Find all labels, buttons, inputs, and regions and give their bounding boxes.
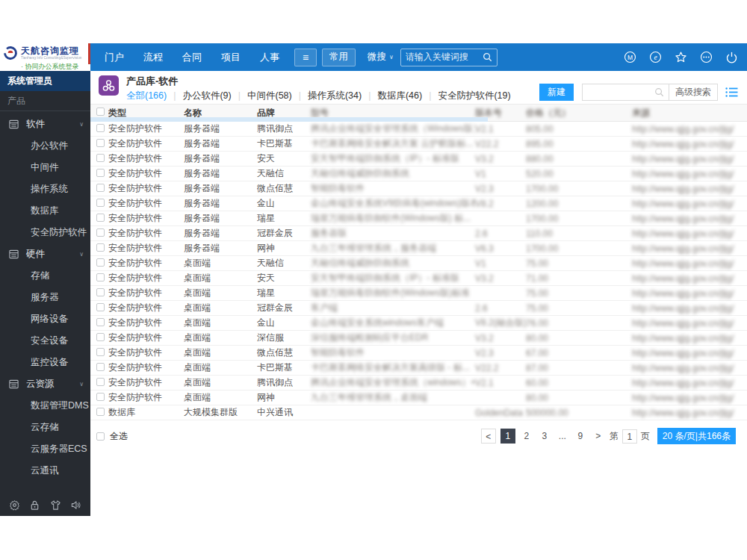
table-row[interactable]: 安全防护软件桌面端瑞星瑞星万能病毒防御软件(Windows版)标准75.00ht… xyxy=(90,286,747,301)
tab-4[interactable]: 数据库(46) xyxy=(377,90,422,102)
table-row[interactable]: 安全防护软件服务器端卡巴斯基卡巴斯基网络安全解决方案 云护航版标...V22.2… xyxy=(90,137,747,152)
row-checkbox[interactable] xyxy=(96,154,105,162)
cell-source: http://www.qjjg.gov.cn/jljg/ xyxy=(632,228,747,239)
row-checkbox[interactable] xyxy=(96,139,105,147)
row-checkbox[interactable] xyxy=(96,184,105,192)
row-checkbox[interactable] xyxy=(96,393,105,401)
select-all[interactable]: 全选 xyxy=(96,430,128,443)
row-checkbox[interactable] xyxy=(96,214,105,222)
sidebar-item-1-0[interactable]: 存储 xyxy=(0,265,90,287)
lock-icon[interactable] xyxy=(29,500,40,511)
sidebar-group-2[interactable]: 云资源∨ xyxy=(0,373,90,395)
prev-page-button[interactable]: < xyxy=(481,429,496,444)
sidebar-item-0-4[interactable]: 安全防护软件 xyxy=(0,222,90,243)
sidebar-item-0-0[interactable]: 办公软件 xyxy=(0,135,90,157)
settings-gear-icon[interactable] xyxy=(9,500,20,511)
nav-item-1[interactable]: 流程 xyxy=(134,51,173,64)
row-checkbox[interactable] xyxy=(96,228,105,237)
row-checkbox[interactable] xyxy=(96,303,105,311)
select-all-checkbox[interactable] xyxy=(96,432,105,441)
row-checkbox[interactable] xyxy=(96,199,105,207)
row-checkbox[interactable] xyxy=(96,363,105,371)
table-row[interactable]: 安全防护软件服务器端金山金山终端安全系统V9防病毒(windows)版本V8.2… xyxy=(90,196,747,211)
page-button-2[interactable]: 2 xyxy=(520,429,533,444)
table-row[interactable]: 安全防护软件服务器端网神九台三年维管理系统，服务器端V6.31700.00htt… xyxy=(90,241,747,256)
sidebar-item-1-2[interactable]: 网络设备 xyxy=(0,308,90,330)
nav-menu-button[interactable]: ≡ xyxy=(294,49,317,66)
row-checkbox[interactable] xyxy=(96,348,105,356)
list-view-icon[interactable] xyxy=(725,87,738,98)
nav-item-2[interactable]: 合同 xyxy=(173,51,211,64)
table-row[interactable]: 安全防护软件桌面端微点佰慧智能防毒软件V2.367.00http://www.q… xyxy=(90,346,747,361)
tab-5[interactable]: 安全防护软件(19) xyxy=(438,90,510,102)
page-button-3[interactable]: 3 xyxy=(538,429,551,444)
table-row[interactable]: 安全防护软件服务器端腾讯御点腾讯企业终端安全管理系统（Windows版）V2.1… xyxy=(90,122,747,137)
nav-item-3[interactable]: 项目 xyxy=(211,51,250,64)
table-row[interactable]: 安全防护软件服务器端瑞星瑞星万能病毒防御软件(Windows版) 标...170… xyxy=(90,211,747,226)
theme-shirt-icon[interactable] xyxy=(50,500,61,511)
sidebar-item-1-1[interactable]: 服务器 xyxy=(0,287,90,308)
next-page-button[interactable]: > xyxy=(592,429,605,444)
app-logo[interactable]: 天航咨询监理 Tianhang Info Consulting&Supervis… xyxy=(0,43,90,71)
advanced-search-button[interactable]: 高级搜索 xyxy=(669,84,718,101)
table-row[interactable]: 安全防护软件桌面端网神九台三年维管理系统，桌面端80.00http://www.… xyxy=(90,391,747,405)
sidebar-item-2-0[interactable]: 数据管理DMS xyxy=(0,395,90,417)
row-checkbox[interactable] xyxy=(96,333,105,341)
page-button-1[interactable]: 1 xyxy=(500,429,515,444)
table-row[interactable]: 数据库大规模集群版中兴通讯GoldenData s...500000.00htt… xyxy=(90,405,747,420)
row-checkbox[interactable] xyxy=(96,273,105,281)
tab-3[interactable]: 操作系统(34) xyxy=(308,90,362,102)
sidebar-item-1-4[interactable]: 监控设备 xyxy=(0,352,90,373)
sidebar-item-2-1[interactable]: 云存储 xyxy=(0,417,90,438)
table-search-input[interactable] xyxy=(582,84,669,101)
row-checkbox[interactable] xyxy=(96,318,105,326)
table-row[interactable]: 安全防护软件服务器端天融信天融信终端威胁防御系统V1520.00http://w… xyxy=(90,167,747,181)
sidebar-group-1[interactable]: 硬件∨ xyxy=(0,243,90,265)
chat-e-icon[interactable]: e xyxy=(649,51,662,63)
nav-item-4[interactable]: 人事 xyxy=(250,51,289,64)
global-search-input[interactable]: 请输入关键词搜 xyxy=(400,49,498,66)
table-row[interactable]: 安全防护软件桌面端腾讯御点腾讯企业终端安全管理系统（windows）+ V2.1… xyxy=(90,376,747,391)
row-checkbox[interactable] xyxy=(96,258,105,267)
sidebar-item-0-2[interactable]: 操作系统 xyxy=(0,178,90,200)
table-row[interactable]: 安全防护软件桌面端深信服深信服终端检测响应平台EDRV3.280.00http:… xyxy=(90,331,747,346)
table-row[interactable]: 安全防护软件桌面端天融信天融信终端威胁防御系统V175.00http://www… xyxy=(90,256,747,271)
power-icon[interactable] xyxy=(725,51,738,63)
new-button[interactable]: 新建 xyxy=(539,84,574,101)
more-options-icon[interactable] xyxy=(700,51,713,63)
search-scope-dropdown[interactable]: 微搜 ∨ xyxy=(368,51,394,63)
table-row[interactable]: 安全防护软件桌面端安天安天智甲终端防御系统（IP）- 标准版V3.271.00h… xyxy=(90,271,747,286)
horizontal-scrollbar[interactable] xyxy=(90,117,488,122)
nav-item-0[interactable]: 门户 xyxy=(95,51,134,64)
table-row[interactable]: 安全防护软件桌面端冠群金辰客户端2.675.00http://www.qjjg.… xyxy=(90,301,747,316)
sound-speaker-icon[interactable] xyxy=(70,500,81,511)
table-row[interactable]: 安全防护软件服务器端安天安天智甲终端防御系统（IP）- 标准版V3.2880.0… xyxy=(90,152,747,167)
tab-2[interactable]: 中间件(58) xyxy=(247,90,292,102)
row-checkbox[interactable] xyxy=(96,408,105,416)
sidebar-item-2-2[interactable]: 云服务器ECS xyxy=(0,438,90,460)
row-checkbox[interactable] xyxy=(96,124,105,132)
row-checkbox[interactable] xyxy=(96,378,105,386)
table-row[interactable]: 安全防护软件服务器端冠群金辰服务器版2.6110.00http://www.qj… xyxy=(90,226,747,241)
tab-1[interactable]: 办公软件(9) xyxy=(182,90,231,102)
message-m-icon[interactable]: M xyxy=(624,51,636,63)
sidebar-item-0-3[interactable]: 数据库 xyxy=(0,200,90,222)
row-checkbox[interactable] xyxy=(96,169,105,177)
page-jump-input[interactable]: 1 xyxy=(622,429,637,444)
sidebar-item-2-3[interactable]: 云通讯 xyxy=(0,460,90,482)
header-checkbox[interactable] xyxy=(96,108,105,116)
favorite-star-icon[interactable] xyxy=(675,51,687,63)
sidebar-item-1-3[interactable]: 安全设备 xyxy=(0,330,90,352)
sidebar-group-0[interactable]: 软件∨ xyxy=(0,113,90,135)
table-row[interactable]: 安全防护软件服务器端微点佰慧智能防毒软件V2.31700.00http://ww… xyxy=(90,181,747,196)
per-page-badge[interactable]: 20 条/页|共166条 xyxy=(657,428,736,444)
page-button-9[interactable]: 9 xyxy=(574,429,587,444)
sidebar-item-0-1[interactable]: 中间件 xyxy=(0,157,90,178)
frequent-apps-button[interactable]: 常用 xyxy=(322,49,356,66)
row-checkbox[interactable] xyxy=(96,288,105,296)
tab-0[interactable]: 全部(166) xyxy=(126,90,167,102)
row-checkbox[interactable] xyxy=(96,243,105,252)
cell-version: V2.3 xyxy=(475,348,526,358)
table-row[interactable]: 安全防护软件桌面端金山金山终端安全系统windows客户端V8.2(融合版)76… xyxy=(90,316,747,331)
table-row[interactable]: 安全防护软件桌面端卡巴斯基卡巴斯基网络安全解决方案高级版 - 标...V22.2… xyxy=(90,361,747,376)
